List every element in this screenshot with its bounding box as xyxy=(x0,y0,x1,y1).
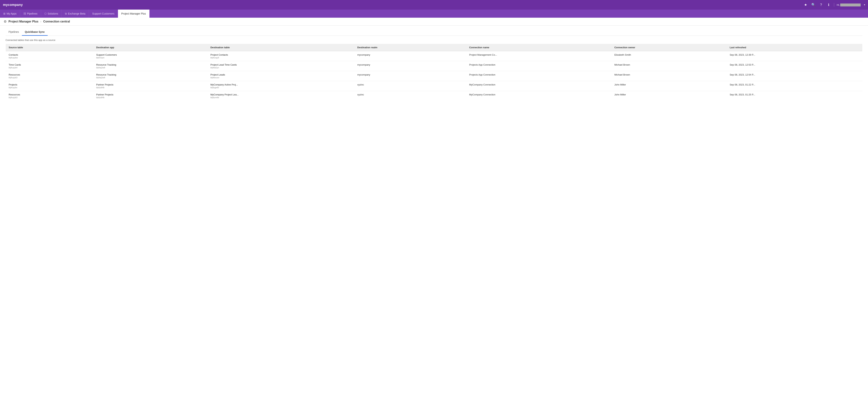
cell-dest-table-2: Project Leads btj4wvuvv xyxy=(208,71,354,81)
table-row: Resources btj4uqzb3 Partner Projects btj… xyxy=(6,91,863,101)
table-row: Resources btj4uqzb3 Resource Tracking bt… xyxy=(6,71,863,81)
cell-conn-name-2: Projects App Connection xyxy=(466,71,612,81)
cell-source-table-0: Contacts btj4uqzbw xyxy=(6,51,93,61)
connections-table: Source table Destination app Destination… xyxy=(5,44,863,101)
table-row: Contacts btj4uqzbw Support Customers btj… xyxy=(6,51,863,61)
cell-conn-name-0: Project Management Co... xyxy=(466,51,612,61)
header-right: ★ 🔍 ? ℹ Hi, ████████████ ▾ xyxy=(803,2,865,7)
nav-label-my-apps: My Apps xyxy=(7,12,17,15)
nav-label-solutions: Solutions xyxy=(48,12,58,15)
nav-item-exchange-beta[interactable]: ⧉ Exchange Beta xyxy=(62,9,89,18)
cell-dest-table-0: Project Contacts btj4vzqy9 xyxy=(208,51,354,61)
pipelines-icon: ⛓ xyxy=(23,12,26,15)
breadcrumb-bar: ⚙ Project Manager Plus › Connection cent… xyxy=(0,18,868,26)
settings-gear-icon[interactable]: ⚙ xyxy=(4,20,7,24)
col-connection-owner: Connection owner xyxy=(612,44,726,51)
cell-conn-owner-2: Michael Brown xyxy=(612,71,726,81)
hi-label: Hi, ████████████ xyxy=(837,3,861,6)
cell-dest-app-3: Partner Projects btj4ydt4b xyxy=(93,81,208,91)
cell-source-table-2: Resources btj4uqzb3 xyxy=(6,71,93,81)
cell-dest-realm-1: mycompany xyxy=(354,61,466,71)
logo: mycompany xyxy=(3,3,23,7)
cell-conn-name-4: MyCompany Connection xyxy=(466,91,612,101)
cell-source-table-1: Time Cards btj4uqzb4 xyxy=(6,61,93,71)
nav-item-my-apps[interactable]: ⊞ My Apps xyxy=(0,9,20,18)
cell-conn-owner-1: Michael Brown xyxy=(612,61,726,71)
cell-dest-realm-0: mycompany xyxy=(354,51,466,61)
cell-dest-table-4: MyCompany Project Lea... btj4ynv6e xyxy=(208,91,354,101)
top-header: mycompany ★ 🔍 ? ℹ Hi, ████████████ ▾ xyxy=(0,0,868,9)
nav-item-solutions[interactable]: ⬡ Solutions xyxy=(41,9,62,18)
tabs: Pipelines Quickbase Sync xyxy=(5,29,863,36)
col-connection-name: Connection name xyxy=(466,44,612,51)
cell-last-refreshed-3: Sep 08, 2023, 01:22 P... xyxy=(726,81,862,91)
table-row: Time Cards btj4uqzb4 Resource Tracking b… xyxy=(6,61,863,71)
col-destination-realm: Destination realm xyxy=(354,44,466,51)
cell-conn-owner-0: Elizabeth Smith xyxy=(612,51,726,61)
breadcrumb: Project Manager Plus › Connection centra… xyxy=(8,20,70,23)
tab-pipelines[interactable]: Pipelines xyxy=(5,29,22,36)
table-row: Projects btj4uqzbx Partner Projects btj4… xyxy=(6,81,863,91)
cell-dest-realm-2: mycompany xyxy=(354,71,466,81)
cell-dest-table-1: Project Lead Time Cards btj4wt2yn xyxy=(208,61,354,71)
cell-dest-app-4: Partner Projects btj4ydt4b xyxy=(93,91,208,101)
cell-dest-app-2: Resource Tracking btj4wj2w8 xyxy=(93,71,208,81)
cell-dest-app-1: Resource Tracking btj4wj2w8 xyxy=(93,61,208,71)
cell-dest-realm-4: xyzinc xyxy=(354,91,466,101)
table-header-row: Source table Destination app Destination… xyxy=(6,44,863,51)
cell-conn-name-1: Projects App Connection xyxy=(466,61,612,71)
nav-label-support-customers: Support Customers xyxy=(92,12,115,15)
favorites-button[interactable]: ★ xyxy=(803,2,808,7)
cell-source-table-4: Resources btj4uqzb3 xyxy=(6,91,93,101)
solutions-icon: ⬡ xyxy=(44,12,46,15)
cell-conn-owner-3: John Miller xyxy=(612,81,726,91)
cell-dest-table-3: MyCompany Active Proj... btj4ygw5r xyxy=(208,81,354,91)
col-source-table: Source table xyxy=(6,44,93,51)
cell-source-table-3: Projects btj4uqzbx xyxy=(6,81,93,91)
main-content: Pipelines Quickbase Sync Connected table… xyxy=(0,29,868,101)
cell-dest-realm-3: xyzinc xyxy=(354,81,466,91)
cell-last-refreshed-4: Sep 08, 2023, 01:25 P... xyxy=(726,91,862,101)
col-destination-app: Destination app xyxy=(93,44,208,51)
header-left: mycompany xyxy=(3,3,23,7)
cell-last-refreshed-1: Sep 08, 2023, 12:53 P... xyxy=(726,61,862,71)
cell-conn-owner-4: John Miller xyxy=(612,91,726,101)
grid-icon: ⊞ xyxy=(3,12,5,15)
nav-label-pipelines: Pipelines xyxy=(27,12,37,15)
breadcrumb-separator: › xyxy=(40,20,42,23)
cell-conn-name-3: MyCompany Connection xyxy=(466,81,612,91)
nav-item-support-customers[interactable]: Support Customers xyxy=(89,9,118,18)
nav-item-pipelines[interactable]: ⛓ Pipelines xyxy=(20,9,41,18)
col-last-refreshed: Last refreshed xyxy=(726,44,862,51)
cell-last-refreshed-2: Sep 08, 2023, 12:54 P... xyxy=(726,71,862,81)
col-destination-table: Destination table xyxy=(208,44,354,51)
nav-bar: ⊞ My Apps ⛓ Pipelines ⬡ Solutions ⧉ Exch… xyxy=(0,9,868,18)
user-dropdown-arrow[interactable]: ▾ xyxy=(864,3,865,6)
tab-quickbase-sync[interactable]: Quickbase Sync xyxy=(22,29,48,36)
nav-label-exchange-beta: Exchange Beta xyxy=(68,12,85,15)
search-button[interactable]: 🔍 xyxy=(811,2,816,7)
subtitle: Connected tables that use this app as a … xyxy=(5,39,863,41)
nav-label-project-manager-plus: Project Manager Plus xyxy=(121,12,146,15)
alert-button[interactable]: ℹ xyxy=(826,2,831,7)
exchange-icon: ⧉ xyxy=(65,12,67,15)
breadcrumb-app-name[interactable]: Project Manager Plus xyxy=(8,20,38,23)
cell-last-refreshed-0: Sep 08, 2023, 12:39 P... xyxy=(726,51,862,61)
nav-item-project-manager-plus[interactable]: Project Manager Plus xyxy=(118,9,150,18)
help-button[interactable]: ? xyxy=(818,2,824,7)
cell-dest-app-0: Support Customers btj4vrqvn xyxy=(93,51,208,61)
breadcrumb-page-name: Connection central xyxy=(43,20,70,23)
